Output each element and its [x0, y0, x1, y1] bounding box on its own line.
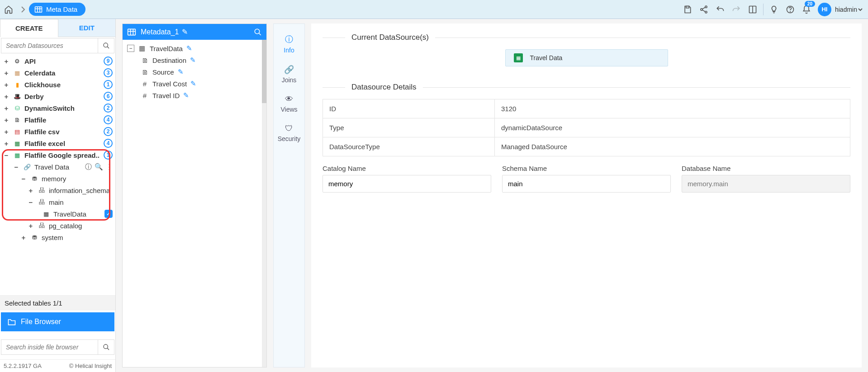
field-travel-cost[interactable]: #Travel Cost✎: [124, 78, 260, 89]
chip-label: Travel Data: [530, 54, 563, 61]
user-menu[interactable]: hiadmin: [835, 6, 863, 13]
ds-item-traveldata-table[interactable]: ▦TravelData✓: [0, 208, 115, 220]
database-label: Database Name: [682, 165, 850, 172]
ds-item-dynamicswitch[interactable]: +⛁DynamicSwitch2: [0, 102, 115, 114]
doc-icon: 🗎: [141, 57, 149, 64]
svg-line-15: [107, 47, 109, 48]
gsheet-icon: ▦: [514, 53, 523, 62]
ds-item-travel-data[interactable]: −🔗Travel Dataⓘ🔍⋮: [0, 161, 115, 173]
tab-edit[interactable]: EDIT: [58, 19, 116, 37]
cell-key: Type: [323, 118, 495, 137]
metadata-root[interactable]: − ▦ TravelData ✎: [124, 42, 260, 54]
home-button[interactable]: [0, 1, 17, 18]
vtab-info[interactable]: ⓘInfo: [274, 28, 304, 59]
info-icon: ⓘ: [285, 34, 293, 45]
bulb-icon[interactable]: [766, 2, 782, 17]
vtab-views[interactable]: 👁Views: [274, 89, 304, 118]
schema-icon: ⛃: [30, 174, 39, 183]
edit-icon[interactable]: ✎: [182, 28, 188, 36]
ds-item-celerdata[interactable]: +▦Celerdata3: [0, 67, 115, 79]
catalog-label: Catalog Name: [323, 165, 491, 172]
edit-icon[interactable]: ✎: [190, 80, 196, 88]
table-icon: ▦: [42, 210, 51, 218]
vtab-label: Info: [284, 47, 294, 54]
folder-icon: [7, 318, 16, 326]
cell-value: 3120: [495, 99, 850, 118]
ds-item-main[interactable]: −品main: [0, 196, 115, 208]
edit-icon[interactable]: ✎: [178, 68, 184, 76]
vtab-joins[interactable]: 🔗Joins: [274, 59, 304, 89]
metadata-title: Metadata_1: [141, 28, 179, 36]
datasource-chip[interactable]: ▦ Travel Data: [505, 49, 668, 66]
eye-icon: 👁: [285, 94, 293, 104]
ds-item-flatfile-excel[interactable]: +▦Flatfile excel4: [0, 137, 115, 149]
search-icon[interactable]: [98, 340, 114, 354]
undo-icon[interactable]: [712, 2, 728, 17]
panel-icon[interactable]: [745, 2, 760, 17]
save-dropdown-button[interactable]: [680, 2, 695, 17]
svg-line-17: [107, 348, 109, 350]
table-row: TypedynamicDataSource: [323, 118, 850, 137]
svg-line-23: [259, 33, 261, 35]
share-icon[interactable]: [696, 2, 711, 17]
collapse-icon[interactable]: −: [127, 45, 134, 52]
metadata-panel: Metadata_1✎ − ▦ TravelData ✎ 🗎Destinatio…: [122, 24, 267, 367]
redo-icon[interactable]: [729, 2, 744, 17]
breadcrumb-label: Meta Data: [46, 5, 77, 13]
avatar[interactable]: HI: [818, 3, 831, 16]
file-browser-button[interactable]: File Browser: [1, 312, 114, 331]
svg-point-22: [255, 29, 260, 34]
file-browser-search-input[interactable]: [1, 340, 98, 354]
ds-item-clickhouse[interactable]: +▮Clickhouse1: [0, 79, 115, 90]
link-icon: 🔗: [23, 163, 32, 171]
ds-item-flatfile-csv[interactable]: +▤Flatfile csv2: [0, 126, 115, 137]
help-icon[interactable]: [783, 2, 798, 17]
ds-item-info-schema[interactable]: +品information_schema: [0, 184, 115, 196]
metadata-root-label: TravelData: [150, 45, 183, 52]
search-icon[interactable]: 🔍: [95, 163, 103, 171]
ds-item-flatfile[interactable]: +🗎Flatfile4: [0, 114, 115, 126]
table-icon: [34, 6, 43, 13]
excel-icon: ▦: [13, 139, 22, 147]
field-label: Travel Cost: [152, 80, 187, 88]
ds-item-system[interactable]: +⛃system: [0, 231, 115, 243]
vtab-security[interactable]: 🛡Security: [274, 118, 304, 148]
field-travel-id[interactable]: #Travel ID✎: [124, 89, 260, 101]
file-browser-label: File Browser: [21, 318, 61, 326]
api-icon: ⚙: [13, 57, 22, 65]
catalog-input[interactable]: [323, 175, 491, 193]
search-icon[interactable]: [254, 28, 262, 36]
field-source[interactable]: 🗎Source✎: [124, 66, 260, 78]
cell-key: DataSourceType: [323, 137, 495, 156]
link-icon: 🔗: [284, 65, 294, 75]
csv-icon: ▤: [13, 127, 22, 136]
ds-item-pgcatalog[interactable]: +品pg_catalog: [0, 220, 115, 231]
svg-line-9: [702, 9, 706, 11]
ds-item-memory[interactable]: −⛃memory: [0, 173, 115, 184]
svg-point-13: [790, 11, 791, 12]
tab-create[interactable]: CREATE: [0, 19, 58, 37]
edit-icon[interactable]: ✎: [183, 91, 189, 99]
schema-input[interactable]: [502, 175, 671, 193]
svg-point-16: [104, 344, 108, 348]
edit-icon[interactable]: ✎: [186, 44, 192, 52]
ds-item-api[interactable]: +⚙API9: [0, 55, 115, 67]
notification-icon[interactable]: 20: [799, 2, 814, 17]
datasource-search-input[interactable]: [1, 38, 98, 53]
file-icon: 🗎: [13, 116, 22, 124]
schema-label: Schema Name: [502, 165, 671, 172]
search-icon[interactable]: [98, 38, 114, 53]
scrollbar[interactable]: [262, 40, 266, 367]
ds-item-derby[interactable]: +🎩Derby6: [0, 90, 115, 102]
edit-icon[interactable]: ✎: [190, 56, 196, 64]
more-icon[interactable]: ⋮: [106, 163, 113, 171]
db-icon: ▦: [13, 69, 22, 77]
info-icon[interactable]: ⓘ: [85, 163, 92, 171]
breadcrumb-metadata[interactable]: Meta Data: [29, 3, 85, 16]
db-icon: 🎩: [13, 92, 22, 100]
breadcrumb-chevron-icon[interactable]: [17, 1, 29, 18]
svg-rect-18: [128, 29, 136, 35]
field-destination[interactable]: 🗎Destination✎: [124, 54, 260, 66]
ds-item-flatfile-gspread[interactable]: −▦Flatfile Google spread..1: [0, 149, 115, 161]
doc-icon: 🗎: [141, 68, 149, 76]
